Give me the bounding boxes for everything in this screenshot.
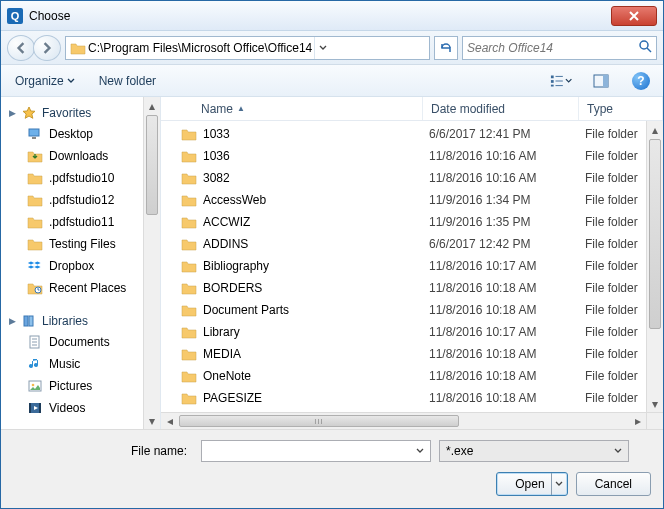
file-date: 11/9/2016 1:35 PM bbox=[421, 215, 577, 229]
arrow-right-icon bbox=[41, 42, 53, 54]
file-row[interactable]: ADDINS 6/6/2017 12:42 PM File folder bbox=[161, 233, 646, 255]
sidebar-item[interactable]: Recent Places bbox=[1, 277, 160, 299]
file-row[interactable]: ACCWIZ 11/9/2016 1:35 PM File folder bbox=[161, 211, 646, 233]
sidebar-item-label: Testing Files bbox=[49, 237, 116, 251]
scroll-down-icon[interactable]: ▾ bbox=[144, 412, 160, 429]
column-date[interactable]: Date modified bbox=[423, 97, 579, 120]
filename-input[interactable] bbox=[206, 444, 412, 458]
sidebar-group-favorites[interactable]: ▶ Favorites bbox=[1, 101, 160, 123]
sidebar-item[interactable]: Music bbox=[1, 353, 160, 375]
svg-rect-10 bbox=[29, 129, 39, 136]
sidebar-group-libraries[interactable]: ▶ Libraries bbox=[1, 309, 160, 331]
search-input[interactable] bbox=[467, 41, 638, 55]
nav-buttons bbox=[7, 35, 61, 61]
folder-icon bbox=[27, 170, 43, 186]
favorites-icon bbox=[21, 105, 37, 121]
file-name: PAGESIZE bbox=[203, 391, 262, 405]
dropbox-icon bbox=[27, 258, 43, 274]
libraries-label: Libraries bbox=[42, 314, 88, 328]
file-date: 11/9/2016 1:34 PM bbox=[421, 193, 577, 207]
scroll-down-icon[interactable]: ▾ bbox=[647, 395, 663, 412]
scroll-left-icon[interactable]: ◂ bbox=[161, 413, 178, 429]
filter-dropdown[interactable] bbox=[610, 448, 626, 454]
column-name[interactable]: Name▲ bbox=[193, 97, 423, 120]
scroll-thumb[interactable] bbox=[146, 115, 158, 215]
folder-icon bbox=[181, 390, 197, 406]
file-row[interactable]: 1036 11/8/2016 10:16 AM File folder bbox=[161, 145, 646, 167]
chevron-down-icon bbox=[67, 78, 75, 84]
file-date: 11/8/2016 10:18 AM bbox=[421, 347, 577, 361]
filename-dropdown[interactable] bbox=[412, 448, 428, 454]
sidebar-scrollbar[interactable]: ▴ ▾ bbox=[143, 97, 160, 429]
scroll-up-icon[interactable]: ▴ bbox=[144, 97, 160, 114]
arrow-left-icon bbox=[15, 42, 27, 54]
address-bar[interactable]: C:\Program Files\Microsoft Office\Office… bbox=[65, 36, 430, 60]
file-name: OneNote bbox=[203, 369, 251, 383]
file-filter[interactable]: *.exe bbox=[439, 440, 629, 462]
sidebar-item[interactable]: .pdfstudio12 bbox=[1, 189, 160, 211]
chevron-down-icon bbox=[565, 78, 572, 84]
file-date: 11/8/2016 10:17 AM bbox=[421, 259, 577, 273]
nav-forward-button[interactable] bbox=[33, 35, 61, 61]
scroll-thumb[interactable]: III bbox=[179, 415, 459, 427]
file-row[interactable]: Bibliography 11/8/2016 10:17 AM File fol… bbox=[161, 255, 646, 277]
file-row[interactable]: BORDERS 11/8/2016 10:18 AM File folder bbox=[161, 277, 646, 299]
file-row[interactable]: PAGESIZE 11/8/2016 10:18 AM File folder bbox=[161, 387, 646, 409]
new-folder-button[interactable]: New folder bbox=[95, 71, 160, 91]
help-button[interactable]: ? bbox=[629, 70, 653, 92]
sidebar-item[interactable]: Dropbox bbox=[1, 255, 160, 277]
horizontal-scrollbar[interactable]: ◂ III ▸ bbox=[161, 412, 646, 429]
svg-rect-2 bbox=[551, 75, 554, 78]
cancel-button[interactable]: Cancel bbox=[576, 472, 651, 496]
nav-back-button[interactable] bbox=[7, 35, 35, 61]
file-row[interactable]: AccessWeb 11/9/2016 1:34 PM File folder bbox=[161, 189, 646, 211]
sidebar-item[interactable]: Pictures bbox=[1, 375, 160, 397]
file-list: 1033 6/6/2017 12:41 PM File folder 1036 … bbox=[161, 121, 663, 429]
file-type: File folder bbox=[577, 237, 638, 251]
file-type: File folder bbox=[577, 281, 638, 295]
file-row[interactable]: OneNote 11/8/2016 10:18 AM File folder bbox=[161, 365, 646, 387]
sidebar-item[interactable]: Documents bbox=[1, 331, 160, 353]
file-row[interactable]: 3082 11/8/2016 10:16 AM File folder bbox=[161, 167, 646, 189]
file-row[interactable]: MEDIA 11/8/2016 10:18 AM File folder bbox=[161, 343, 646, 365]
file-type: File folder bbox=[577, 347, 638, 361]
refresh-button[interactable] bbox=[434, 36, 458, 60]
file-row[interactable]: Library 11/8/2016 10:17 AM File folder bbox=[161, 321, 646, 343]
folder-icon bbox=[181, 368, 197, 384]
sidebar-item[interactable]: .pdfstudio11 bbox=[1, 211, 160, 233]
file-row[interactable]: 1033 6/6/2017 12:41 PM File folder bbox=[161, 123, 646, 145]
column-type[interactable]: Type bbox=[579, 97, 663, 120]
chevron-down-icon bbox=[614, 448, 622, 454]
folder-icon bbox=[181, 324, 197, 340]
sidebar-item[interactable]: Videos bbox=[1, 397, 160, 419]
refresh-icon bbox=[439, 41, 453, 55]
choose-dialog: Q Choose C:\Program Files\Microsoft Offi… bbox=[0, 0, 664, 509]
file-row[interactable]: Document Parts 11/8/2016 10:18 AM File f… bbox=[161, 299, 646, 321]
sidebar: ▶ Favorites DesktopDownloads.pdfstudio10… bbox=[1, 97, 161, 429]
libraries-icon bbox=[21, 313, 37, 329]
scroll-right-icon[interactable]: ▸ bbox=[629, 413, 646, 429]
scroll-up-icon[interactable]: ▴ bbox=[647, 121, 663, 138]
sidebar-item[interactable]: Testing Files bbox=[1, 233, 160, 255]
organize-button[interactable]: Organize bbox=[11, 71, 79, 91]
scroll-thumb[interactable] bbox=[649, 139, 661, 329]
scroll-corner bbox=[646, 412, 663, 429]
close-button[interactable] bbox=[611, 6, 657, 26]
sidebar-item[interactable]: Downloads bbox=[1, 145, 160, 167]
filename-combo[interactable] bbox=[201, 440, 431, 462]
file-name: ACCWIZ bbox=[203, 215, 250, 229]
preview-pane-button[interactable] bbox=[589, 70, 613, 92]
svg-rect-22 bbox=[29, 403, 31, 413]
open-button[interactable]: Open bbox=[496, 472, 567, 496]
filename-row: File name: *.exe bbox=[13, 440, 651, 462]
sidebar-item[interactable]: .pdfstudio10 bbox=[1, 167, 160, 189]
open-split-dropdown[interactable] bbox=[551, 473, 567, 495]
videos-icon bbox=[27, 400, 43, 416]
search-box[interactable] bbox=[462, 36, 657, 60]
sidebar-item[interactable]: Desktop bbox=[1, 123, 160, 145]
view-mode-button[interactable] bbox=[549, 70, 573, 92]
address-dropdown[interactable] bbox=[314, 37, 330, 59]
vertical-scrollbar[interactable]: ▴ ▾ bbox=[646, 121, 663, 412]
filter-value: *.exe bbox=[446, 444, 610, 458]
svg-point-20 bbox=[32, 384, 35, 387]
